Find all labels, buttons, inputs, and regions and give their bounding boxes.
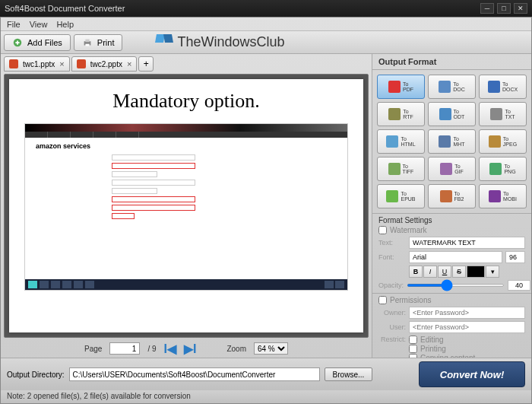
logo-icon [156,34,173,51]
menu-bar: File View Help [1,17,531,31]
restrict-printing[interactable]: Printing [409,345,475,353]
format-icon [489,190,501,202]
format-odt[interactable]: ToODT [428,102,476,126]
format-png[interactable]: ToPNG [479,157,527,181]
file-tab[interactable]: twc1.pptx × [4,56,70,72]
output-dir-label: Output Directory: [7,371,65,379]
format-rtf[interactable]: ToRTF [377,102,425,126]
format-pdf[interactable]: ToPDF [377,75,425,99]
format-icon [490,108,502,120]
italic-button[interactable]: I [423,266,437,278]
format-grid: ToPDFToDOCToDOCXToRTFToODTToTXTToHTMLToM… [372,70,531,213]
slide-screenshot: amazon services [24,123,348,291]
convert-button[interactable]: Convert Now! [419,361,525,387]
document-preview[interactable]: Mandatory option. amazon services [4,74,369,338]
slide-heading: Mandatory option. [24,90,348,113]
branding-logo: TheWindowsClub [156,34,284,51]
add-tab-button[interactable]: + [138,56,154,72]
format-txt[interactable]: ToTXT [479,102,527,126]
permissions-section: Permissions Owner: User: Restrict: Editi… [372,293,531,358]
format-gif[interactable]: ToGIF [428,157,476,181]
next-page-button[interactable]: ▶I [184,342,196,356]
browse-button[interactable]: Browse... [325,367,373,381]
menu-help[interactable]: Help [56,20,74,29]
print-button[interactable]: Print [74,34,123,51]
print-icon [82,37,93,48]
restrict-editing[interactable]: Editing [409,336,475,344]
format-icon [489,163,502,175]
format-icon [439,135,451,148]
format-icon [440,163,452,175]
window-title: Soft4Boost Document Converter [5,4,125,13]
format-icon [489,135,501,148]
bold-button[interactable]: B [409,266,423,278]
pptx-icon [9,59,18,68]
strike-button[interactable]: S [452,266,466,278]
preview-pane: twc1.pptx × twc2.pptx × + Mandatory opti… [1,54,372,358]
owner-password-input[interactable] [409,307,525,319]
page-total: / 9 [147,345,156,353]
right-panel: Output Format ToPDFToDOCToDOCXToRTFToODT… [372,54,531,358]
preview-page: Mandatory option. amazon services [9,79,363,332]
format-mobi[interactable]: ToMOBI [479,184,527,208]
bottom-bar: Output Directory: Browse... Convert Now! [1,358,531,390]
page-label: Page [84,345,102,353]
minimize-button[interactable]: ─ [480,3,494,14]
format-icon [388,81,401,93]
format-icon [439,108,451,120]
page-input[interactable] [109,342,140,355]
format-fb2[interactable]: ToFB2 [428,184,476,208]
zoom-label: Zoom [226,345,246,353]
user-password-input[interactable] [409,321,525,333]
add-files-button[interactable]: Add Files [4,34,71,51]
format-mht[interactable]: ToMHT [428,129,476,154]
status-note: Note: 2 opened file(s), 2 file(s) availa… [1,390,531,403]
opacity-value[interactable] [508,280,530,291]
svg-rect-2 [85,39,89,42]
permissions-checkbox[interactable]: Permissions [378,296,525,304]
watermark-checkbox[interactable]: Watermark [378,226,525,234]
format-icon [386,190,398,202]
format-doc[interactable]: ToDOC [428,75,476,99]
format-tiff[interactable]: ToTIFF [377,157,425,181]
color-swatch[interactable] [467,266,485,278]
prev-page-button[interactable]: I◀ [164,342,176,356]
color-picker-button[interactable]: ▾ [486,266,499,278]
close-button[interactable]: ✕ [514,3,527,14]
menu-file[interactable]: File [7,20,21,29]
output-format-title: Output Format [372,54,531,70]
format-epub[interactable]: ToEPUB [377,184,425,208]
format-icon [440,190,452,202]
pager: Page / 9 I◀ ▶I Zoom 64 % [4,339,369,358]
format-icon [386,135,398,148]
tab-close-icon[interactable]: × [59,59,64,68]
format-jpeg[interactable]: ToJPEG [479,129,527,154]
file-tab[interactable]: twc2.pptx × [71,56,138,72]
menu-view[interactable]: View [30,20,48,29]
file-tabs: twc1.pptx × twc2.pptx × + [4,56,369,72]
font-style-buttons: B I U S ▾ [409,266,525,278]
title-bar: Soft4Boost Document Converter ─ □ ✕ [0,0,532,17]
format-icon [388,108,401,120]
format-icon [388,163,401,175]
format-docx[interactable]: ToDOCX [479,75,527,99]
watermark-text-input[interactable] [409,237,525,249]
pptx-icon [77,59,86,68]
format-icon [439,81,451,93]
add-icon [12,37,23,48]
format-icon [488,81,500,93]
format-html[interactable]: ToHTML [377,129,425,154]
watermark-fontsize-input[interactable] [505,251,525,263]
watermark-font-input[interactable] [409,251,502,263]
underline-button[interactable]: U [438,266,451,278]
format-settings-section: Format Settings Watermark Text: Font: B … [372,213,531,293]
output-dir-input[interactable] [69,367,320,381]
zoom-select[interactable]: 64 % [254,342,288,355]
maximize-button[interactable]: □ [497,3,511,14]
toolbar: Add Files Print TheWindowsClub [1,31,531,54]
svg-rect-3 [85,43,89,46]
opacity-slider[interactable] [407,284,505,287]
tab-close-icon[interactable]: × [127,59,131,68]
